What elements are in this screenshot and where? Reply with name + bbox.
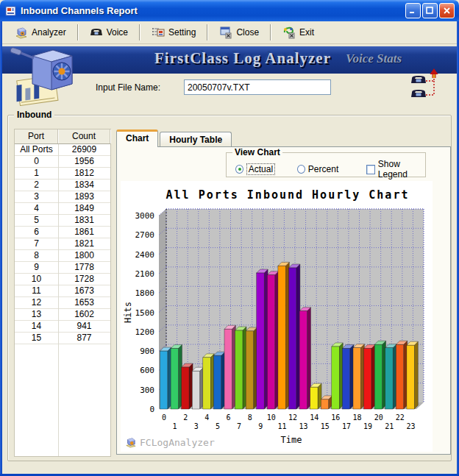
banner-section-title: Voice Stats bbox=[346, 51, 402, 66]
table-row[interactable]: 71821 bbox=[15, 238, 110, 250]
inbound-groupbox: Inbound Port Count All Ports269090195611… bbox=[7, 115, 452, 461]
bar-hour-8 bbox=[246, 331, 253, 409]
x-axis-title: Time bbox=[281, 435, 302, 445]
minimize-icon bbox=[409, 7, 417, 15]
toolbar-button-voice[interactable]: Voice bbox=[82, 24, 135, 42]
x-tick-label: 12 bbox=[288, 413, 297, 422]
bar-hour-7 bbox=[235, 330, 243, 409]
y-tick-label: 3000 bbox=[135, 211, 155, 221]
voice-upload-phones-icon bbox=[409, 68, 446, 107]
table-row[interactable]: 14941 bbox=[15, 321, 110, 333]
input-file-name-field[interactable] bbox=[184, 79, 331, 95]
bar-hour-11 bbox=[278, 266, 285, 409]
toolbar-button-analyzer[interactable]: Analyzer bbox=[7, 24, 74, 42]
table-row[interactable]: All Ports26909 bbox=[15, 144, 110, 156]
cell-port: 10 bbox=[15, 274, 58, 285]
cell-count: 1821 bbox=[58, 238, 110, 249]
y-tick-label: 1500 bbox=[135, 308, 155, 318]
radio-percent[interactable] bbox=[297, 165, 305, 174]
cell-count: 26909 bbox=[58, 144, 110, 155]
radio-actual-label[interactable]: Actual bbox=[246, 163, 275, 175]
toolbar-label-exit: Exit bbox=[299, 27, 314, 38]
bar-hour-22 bbox=[396, 344, 403, 409]
cell-count: 1812 bbox=[58, 168, 110, 179]
cell-port: 2 bbox=[15, 180, 58, 191]
bar-hour-18 bbox=[353, 348, 360, 409]
cell-count: 1728 bbox=[58, 274, 110, 285]
y-tick-label: 300 bbox=[140, 386, 154, 395]
checkbox-show-legend-label[interactable]: Show Legend bbox=[378, 159, 425, 180]
y-tick-label: 1200 bbox=[135, 327, 155, 337]
y-axis-title: Hits bbox=[123, 302, 133, 323]
column-header-count[interactable]: Count bbox=[58, 129, 110, 143]
toolbar-separator bbox=[207, 24, 208, 40]
table-row[interactable]: 51831 bbox=[15, 215, 110, 227]
banner-app-title: FirstClass Log Analyzer bbox=[118, 49, 368, 68]
table-row[interactable]: 41849 bbox=[15, 203, 110, 215]
minimize-button[interactable] bbox=[405, 3, 421, 18]
table-row[interactable]: 91778 bbox=[15, 262, 110, 274]
checkbox-show-legend[interactable] bbox=[366, 165, 375, 174]
window-border-left bbox=[0, 21, 2, 474]
view-chart-label: View Chart bbox=[232, 147, 282, 157]
table-row[interactable]: 101728 bbox=[15, 274, 110, 285]
bar-hour-13 bbox=[299, 311, 307, 409]
toolbar-button-exit[interactable]: Exit bbox=[275, 24, 321, 42]
bar-hour-0 bbox=[160, 351, 168, 409]
bar-hour-1 bbox=[171, 349, 178, 409]
x-tick-label: 14 bbox=[310, 413, 319, 422]
maximize-icon bbox=[426, 7, 434, 15]
table-row[interactable]: 61861 bbox=[15, 227, 110, 238]
x-tick-label: 11 bbox=[277, 422, 286, 430]
watermark-cube-icon bbox=[124, 437, 137, 448]
bar-hour-5 bbox=[213, 355, 221, 409]
bar-hour-19 bbox=[364, 349, 371, 409]
radio-actual[interactable] bbox=[235, 165, 243, 174]
table-body: All Ports2690901956118122183431893418495… bbox=[15, 144, 110, 344]
close-window-icon bbox=[219, 26, 232, 39]
radio-percent-label[interactable]: Percent bbox=[308, 164, 338, 174]
table-row[interactable]: 121653 bbox=[15, 297, 110, 309]
table-row[interactable]: 131602 bbox=[15, 309, 110, 321]
close-icon bbox=[443, 7, 451, 15]
toolbar-button-close[interactable]: Close bbox=[212, 24, 266, 42]
cell-count: 1893 bbox=[58, 191, 110, 202]
toolbar-separator bbox=[139, 24, 140, 40]
cell-count: 1778 bbox=[58, 262, 110, 273]
x-tick-label: 22 bbox=[396, 413, 405, 422]
cell-count: 941 bbox=[58, 321, 110, 332]
table-row[interactable]: 01956 bbox=[15, 156, 110, 168]
cell-port: 14 bbox=[15, 321, 58, 332]
table-row[interactable]: 15877 bbox=[15, 333, 110, 344]
toolbar-separator bbox=[270, 24, 271, 40]
table-row[interactable]: 81800 bbox=[15, 250, 110, 262]
x-tick-label: 6 bbox=[226, 413, 230, 422]
title-bar[interactable]: Inbound Channels Report bbox=[0, 0, 459, 21]
close-button[interactable] bbox=[439, 3, 455, 18]
tab-hourly-table[interactable]: Hourly Table bbox=[160, 132, 232, 147]
maximize-button[interactable] bbox=[422, 3, 438, 18]
bar-hour-10 bbox=[267, 275, 274, 409]
toolbar-label-analyzer: Analyzer bbox=[32, 27, 66, 38]
table-row[interactable]: 31893 bbox=[15, 191, 110, 203]
x-tick-label: 1 bbox=[173, 422, 177, 430]
table-row[interactable]: 21834 bbox=[15, 180, 110, 191]
column-header-port[interactable]: Port bbox=[15, 129, 58, 143]
cell-count: 877 bbox=[58, 333, 110, 344]
x-tick-label: 9 bbox=[258, 422, 263, 430]
cell-port: 3 bbox=[15, 191, 58, 202]
port-count-table: Port Count All Ports26909019561181221834… bbox=[14, 129, 111, 457]
bar-hour-4 bbox=[203, 358, 210, 409]
x-tick-label: 20 bbox=[374, 413, 383, 422]
view-chart-group: View Chart Actual Percent Show Legend bbox=[226, 152, 426, 177]
toolbar-button-setting[interactable]: Setting bbox=[144, 24, 203, 42]
app-logo bbox=[4, 46, 79, 106]
tab-chart[interactable]: Chart bbox=[116, 129, 158, 147]
cell-count: 1861 bbox=[58, 227, 110, 238]
x-tick-label: 18 bbox=[352, 413, 361, 422]
input-file-name-label: Input File Name: bbox=[96, 82, 160, 93]
cell-count: 1834 bbox=[58, 180, 110, 191]
table-row[interactable]: 11812 bbox=[15, 168, 110, 180]
table-row[interactable]: 111673 bbox=[15, 285, 110, 297]
bar-hour-16 bbox=[332, 347, 339, 409]
